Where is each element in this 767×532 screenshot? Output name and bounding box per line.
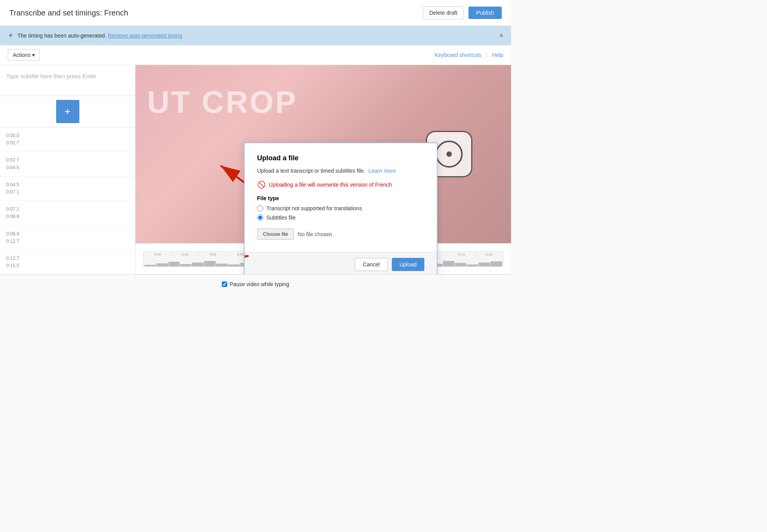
header-actions: Delete draft Publish [423,6,502,19]
page-header: Transcribe and set timings: French Delet… [0,0,511,26]
divider: | [486,52,488,58]
upload-modal: Upload a file Upload a text transcript o… [244,142,438,275]
upload-button[interactable]: Upload [392,258,424,271]
banner-text: The timing has been auto-generated. Remo… [17,33,182,39]
list-item: 0:12.70:15.5 [0,250,135,275]
subtitle-time-4: 0:09.90:12.7 [6,230,129,245]
radio-transcript[interactable] [257,205,263,211]
waveform-bar [479,263,490,266]
star-icon: ✦ [8,31,14,40]
close-icon[interactable]: × [499,32,503,40]
toolbar-right: Keyboard shortcuts | Help [435,52,503,58]
waveform-bar [467,264,478,266]
toolbar-left: Actions ▾ [8,49,40,61]
waveform-bar [192,263,204,266]
tick-11: 0:11 [448,252,475,256]
subtitle-list: 0:00.00:02.7 0:02.70:04.5 0:04.50:07.1 0… [0,127,135,275]
list-item: 0:07.10:09.9 [0,201,135,225]
delete-draft-button[interactable]: Delete draft [423,6,464,19]
subtitle-time-2: 0:04.50:07.1 [6,181,129,196]
bottom-bar: Pause video while typing [0,275,511,293]
list-item: 0:02.70:04.5 [0,152,135,176]
file-type-section: File type Transcript not supported for t… [257,195,424,221]
subtitle-time-0: 0:00.00:02.7 [6,132,129,147]
publish-button[interactable]: Publish [468,7,502,19]
modal-body: Upload a file Upload a text transcript o… [245,143,437,252]
main-toolbar: Actions ▾ Keyboard shortcuts | Help [0,45,511,65]
subtitle-time-1: 0:02.70:04.5 [6,156,129,171]
subtitle-time-5: 0:12.70:15.5 [6,255,129,269]
actions-label: Actions [13,52,31,58]
modal-footer: Cancel Upload [245,252,437,275]
video-panel: UT CROP [136,65,511,275]
file-type-label: File type [257,195,424,201]
help-link[interactable]: Help [492,52,503,58]
pause-video-checkbox[interactable] [222,281,227,287]
radio-subtitles-option[interactable]: Subtitles file [257,215,424,221]
waveform-bar [180,264,192,266]
page-title: Transcribe and set timings: French [9,9,128,17]
instagram-circle [436,141,463,168]
auto-generated-banner: ✦ The timing has been auto-generated. Re… [0,26,511,45]
chevron-down-icon: ▾ [32,52,35,58]
instagram-dot [446,151,452,157]
tick-2: 0:02 [199,252,226,256]
waveform-bar [144,265,156,266]
subtitle-panel: Type subtitle here then press Enter + 0:… [0,65,136,275]
waveform-bar [228,264,240,266]
banner-left: ✦ The timing has been auto-generated. Re… [8,31,182,40]
modal-title: Upload a file [257,154,424,162]
pause-video-label[interactable]: Pause video while typing [222,281,289,287]
waveform-bar [156,263,168,266]
keyboard-shortcuts-link[interactable]: Keyboard shortcuts [435,52,482,58]
actions-button[interactable]: Actions ▾ [8,49,40,61]
list-item: 0:04.50:07.1 [0,177,135,201]
tick-0: 0:00 [144,252,171,256]
waveform-bar [204,261,216,266]
radio-subtitles-label: Subtitles file [266,215,295,221]
waveform-bar [443,261,455,266]
radio-transcript-option[interactable]: Transcript not supported for translation… [257,205,424,211]
add-button-area: + [0,96,135,127]
subtitle-input-area[interactable]: Type subtitle here then press Enter [0,65,135,96]
add-subtitle-button[interactable]: + [56,100,79,123]
waveform-bar [491,261,502,266]
pause-video-text: Pause video while typing [230,281,289,287]
learn-more-link[interactable]: Learn more [368,168,396,174]
main-content: Type subtitle here then press Enter + 0:… [0,65,511,275]
subtitle-placeholder: Type subtitle here then press Enter [6,73,96,79]
subtitle-time-3: 0:07.10:09.9 [6,206,129,220]
no-file-text: No file chosen [298,231,332,237]
video-text-ut-crop: UT CROP [147,84,297,120]
waveform-bar [216,264,228,266]
list-item: 0:00.00:02.7 [0,127,135,152]
radio-subtitles[interactable] [257,215,263,221]
tick-1: 0:01 [171,252,199,256]
file-upload-row: Choose file No file chosen [257,228,424,240]
modal-warning: 🚫 Uploading a file will overwrite this v… [257,180,424,189]
waveform-bar [455,263,467,266]
cancel-button[interactable]: Cancel [355,258,388,271]
waveform-bar [168,262,180,266]
choose-file-button[interactable]: Choose file [257,228,294,240]
tick-12: 0:12 [475,252,503,256]
list-item: 0:09.90:12.7 [0,226,135,250]
remove-timing-link[interactable]: Remove auto-generated timing [108,33,182,39]
warning-text: Uploading a file will overwrite this ver… [269,182,392,188]
warning-icon: 🚫 [257,180,266,189]
radio-transcript-label: Transcript not supported for translation… [266,205,362,211]
modal-description: Upload a text transcript or timed subtit… [257,167,424,175]
